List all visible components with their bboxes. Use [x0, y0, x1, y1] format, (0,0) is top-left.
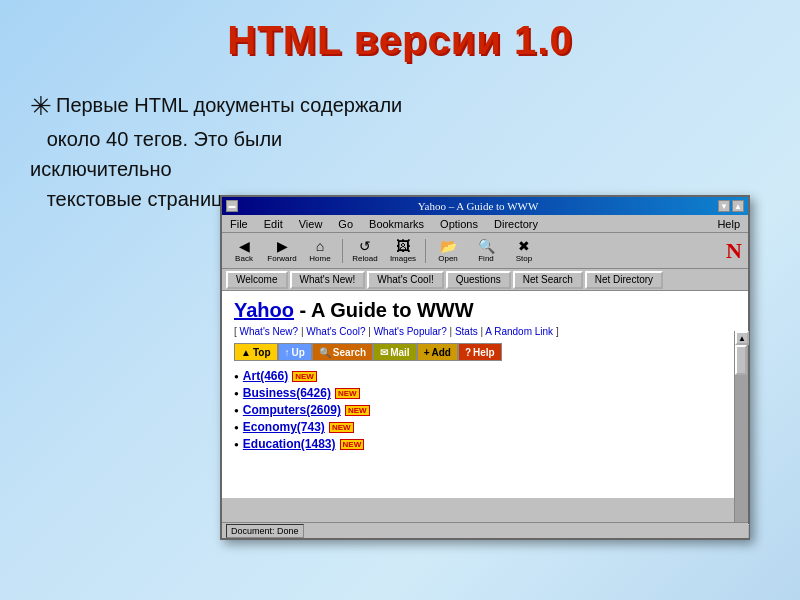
scrollbar: ▲ ▼	[734, 331, 748, 538]
new-badge: NEW	[345, 405, 370, 416]
new-badge: NEW	[335, 388, 360, 399]
heading-rest: - A Guide to WWW	[294, 299, 474, 321]
scroll-track	[735, 345, 748, 524]
netscape-logo: N	[726, 238, 744, 264]
home-icon: ⌂	[316, 239, 324, 253]
maximize-button[interactable]: ▲	[732, 200, 744, 212]
list-item: Education(1483)NEW	[234, 437, 736, 451]
bullet-symbol: ✳	[30, 91, 52, 121]
menu-bookmarks[interactable]: Bookmarks	[365, 217, 428, 231]
status-bar: Document: Done	[222, 522, 748, 538]
search-icon: 🔍	[319, 347, 331, 358]
title-text: HTML версии 1.0	[227, 18, 572, 62]
title-bar-buttons: ▼ ▲	[718, 200, 744, 212]
stats-link[interactable]: Stats	[455, 326, 478, 337]
window-menu-button[interactable]: ▬	[226, 200, 238, 212]
qn-top-button[interactable]: ▲ Top	[234, 343, 278, 361]
images-icon: 🖼	[396, 239, 410, 253]
whats-cool-link[interactable]: What's Cool?	[306, 326, 365, 337]
scroll-up-button[interactable]: ▲	[735, 331, 749, 345]
category-link[interactable]: Business(6426)	[243, 386, 331, 400]
home-button[interactable]: ⌂ Home	[302, 236, 338, 266]
find-label: Find	[478, 254, 494, 263]
welcome-button[interactable]: Welcome	[226, 271, 288, 289]
minimize-button[interactable]: ▼	[718, 200, 730, 212]
content-area: Yahoo - A Guide to WWW [ What's New? | W…	[222, 291, 748, 498]
qn-up-button[interactable]: ↑ Up	[278, 343, 312, 361]
stop-button[interactable]: ✖ Stop	[506, 236, 542, 266]
body-line2: около 40 тегов. Это были исключительно	[30, 128, 282, 180]
list-item: Economy(743)NEW	[234, 420, 736, 434]
stop-label: Stop	[516, 254, 532, 263]
menu-edit[interactable]: Edit	[260, 217, 287, 231]
whats-cool-button[interactable]: What's Cool!	[367, 271, 443, 289]
home-label: Home	[309, 254, 330, 263]
back-label: Back	[235, 254, 253, 263]
status-text: Document: Done	[226, 524, 304, 538]
open-button[interactable]: 📂 Open	[430, 236, 466, 266]
scroll-thumb[interactable]	[735, 345, 747, 375]
menu-help[interactable]: Help	[713, 217, 744, 231]
help-icon: ?	[465, 347, 471, 358]
top-arrow-icon: ▲	[241, 347, 251, 358]
list-item: Business(6426)NEW	[234, 386, 736, 400]
add-icon: +	[424, 347, 430, 358]
reload-button[interactable]: ↺ Reload	[347, 236, 383, 266]
stop-icon: ✖	[518, 239, 530, 253]
find-button[interactable]: 🔍 Find	[468, 236, 504, 266]
images-button[interactable]: 🖼 Images	[385, 236, 421, 266]
forward-icon: ▶	[277, 239, 288, 253]
new-badge: NEW	[292, 371, 317, 382]
up-arrow-icon: ↑	[285, 347, 290, 358]
qn-search-button[interactable]: 🔍 Search	[312, 343, 373, 361]
category-link[interactable]: Computers(2609)	[243, 403, 341, 417]
qn-search-label: Search	[333, 347, 366, 358]
new-badge: NEW	[329, 422, 354, 433]
net-directory-button[interactable]: Net Directory	[585, 271, 663, 289]
body-line3: текстовые страницы.	[47, 188, 243, 210]
qn-help-label: Help	[473, 347, 495, 358]
browser-window: ▬ Yahoo – A Guide to WWW ▼ ▲ File Edit V…	[220, 195, 750, 540]
whats-popular-link[interactable]: What's Popular?	[374, 326, 447, 337]
sub-links-end: ]	[556, 326, 559, 337]
back-icon: ◀	[239, 239, 250, 253]
forward-label: Forward	[267, 254, 296, 263]
menu-go[interactable]: Go	[334, 217, 357, 231]
list-item: Computers(2609)NEW	[234, 403, 736, 417]
whats-new-link[interactable]: What's New?	[240, 326, 299, 337]
images-label: Images	[390, 254, 416, 263]
menu-file[interactable]: File	[226, 217, 252, 231]
menu-bar: File Edit View Go Bookmarks Options Dire…	[222, 215, 748, 233]
body-line1: Первые HTML документы содержали	[56, 94, 402, 116]
toolbar: ◀ Back ▶ Forward ⌂ Home ↺ Reload 🖼 Image…	[222, 233, 748, 269]
quick-nav-bar: ▲ Top ↑ Up 🔍 Search ✉ Mail + Add ? Help	[234, 343, 736, 361]
menu-directory[interactable]: Directory	[490, 217, 542, 231]
title-bar: ▬ Yahoo – A Guide to WWW ▼ ▲	[222, 197, 748, 215]
new-badge: NEW	[340, 439, 365, 450]
menu-options[interactable]: Options	[436, 217, 482, 231]
qn-mail-label: Mail	[390, 347, 409, 358]
net-search-button[interactable]: Net Search	[513, 271, 583, 289]
menu-view[interactable]: View	[295, 217, 327, 231]
yahoo-heading: Yahoo - A Guide to WWW	[234, 299, 736, 322]
category-link[interactable]: Education(1483)	[243, 437, 336, 451]
category-link[interactable]: Art(466)	[243, 369, 288, 383]
forward-button[interactable]: ▶ Forward	[264, 236, 300, 266]
qn-mail-button[interactable]: ✉ Mail	[373, 343, 416, 361]
slide-title: HTML версии 1.0	[0, 0, 800, 63]
whats-new-button[interactable]: What's New!	[290, 271, 366, 289]
qn-help-button[interactable]: ? Help	[458, 343, 502, 361]
reload-icon: ↺	[359, 239, 371, 253]
back-button[interactable]: ◀ Back	[226, 236, 262, 266]
find-icon: 🔍	[478, 239, 495, 253]
qn-add-button[interactable]: + Add	[417, 343, 458, 361]
random-link[interactable]: A Random Link	[485, 326, 553, 337]
questions-button[interactable]: Questions	[446, 271, 511, 289]
sub-links: [ What's New? | What's Cool? | What's Po…	[234, 326, 736, 337]
yahoo-link[interactable]: Yahoo	[234, 299, 294, 321]
title-bar-left: ▬	[226, 200, 238, 212]
browser-title: Yahoo – A Guide to WWW	[418, 200, 539, 212]
category-link[interactable]: Economy(743)	[243, 420, 325, 434]
qn-up-label: Up	[292, 347, 305, 358]
open-icon: 📂	[440, 239, 457, 253]
